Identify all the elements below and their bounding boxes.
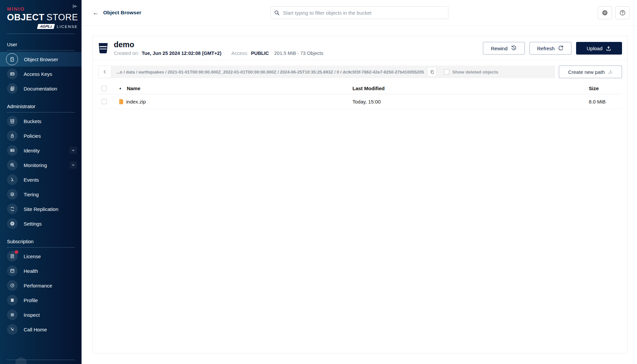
- minio-logo: MINIO OBJECTSTORE AGPL3 LICENSE: [0, 0, 82, 29]
- logo-divider: [7, 34, 75, 34]
- show-deleted-checkbox[interactable]: [444, 69, 449, 75]
- column-header-name[interactable]: Name: [127, 86, 140, 91]
- breadcrumb-bar: ...o / data / earthquakes / 2021-01-01T0…: [111, 66, 555, 78]
- chevron-down-icon[interactable]: [70, 147, 77, 154]
- collapse-sidebar-icon[interactable]: [72, 3, 78, 10]
- identity-icon: [7, 145, 18, 156]
- sidebar-item-events[interactable]: Events: [0, 172, 82, 187]
- bucket-usage: 201.5 MiB - 73 Objects: [274, 51, 323, 56]
- object-size: 8.0 MiB: [589, 99, 622, 104]
- monitoring-icon: [7, 160, 18, 170]
- breadcrumb-back-button[interactable]: [98, 66, 111, 78]
- copy-path-button[interactable]: [427, 67, 437, 77]
- buckets-icon: [7, 116, 18, 126]
- sidebar-item-license[interactable]: License: [0, 249, 82, 264]
- select-all-checkbox[interactable]: [102, 86, 107, 91]
- section-label-user: User: [0, 42, 82, 50]
- health-icon: [7, 266, 18, 276]
- policies-icon: [7, 130, 18, 141]
- show-deleted-label[interactable]: Show deleted objects: [452, 70, 498, 75]
- refresh-icon: [558, 45, 564, 51]
- bucket-meta: Created on: Tue, Jun 25 2024 12:02:08 (G…: [114, 51, 323, 56]
- access-value: PUBLIC: [251, 51, 269, 56]
- sidebar-item-tiering[interactable]: Tiering: [0, 187, 82, 202]
- license-alert-dot: [15, 250, 18, 254]
- sidebar-item-health[interactable]: Health: [0, 264, 82, 278]
- rewind-button[interactable]: Rewind: [483, 42, 525, 55]
- section-divider: [7, 112, 75, 112]
- section-label-subscription: Subscription: [0, 239, 82, 247]
- object-last-modified: Today, 15:00: [352, 99, 589, 104]
- created-label: Created on:: [114, 51, 139, 56]
- upload-button[interactable]: Upload: [576, 42, 622, 55]
- breadcrumb[interactable]: ...o / data / earthquakes / 2021-01-01T0…: [116, 70, 424, 75]
- inspect-icon: [7, 309, 18, 320]
- column-header-size[interactable]: Size: [589, 86, 622, 91]
- refresh-button[interactable]: Refresh: [530, 42, 571, 55]
- search-icon: [274, 10, 280, 16]
- created-value: Tue, Jun 25 2024 12:02:08 (GMT+2): [142, 51, 221, 56]
- sort-asc-icon: ▲: [119, 87, 122, 90]
- sidebar-item-buckets[interactable]: Buckets: [0, 114, 82, 128]
- bucket-header: demo Created on: Tue, Jun 25 2024 12:02:…: [93, 36, 627, 60]
- object-browser-back-link[interactable]: ← Object Browser: [93, 10, 141, 16]
- settings-icon: [7, 218, 18, 229]
- gear-icon: [602, 10, 608, 16]
- sidebar-item-profile[interactable]: Profile: [0, 293, 82, 307]
- access-label: Access:: [231, 51, 248, 56]
- help-icon: [619, 10, 626, 16]
- create-path-icon: [608, 70, 613, 75]
- call-home-icon: [7, 324, 18, 335]
- license-icon: [7, 251, 18, 262]
- sidebar-item-object-browser[interactable]: Object Browser: [0, 52, 82, 67]
- profile-icon: [7, 295, 18, 305]
- sidebar-item-documentation[interactable]: Documentation: [0, 81, 82, 96]
- sidebar-item-policies[interactable]: Policies: [0, 128, 82, 143]
- sidebar-item-inspect[interactable]: Inspect: [0, 307, 82, 322]
- chevron-left-icon: [102, 69, 107, 75]
- sidebar-item-monitoring[interactable]: Monitoring: [0, 158, 82, 172]
- object-name[interactable]: index.zip: [126, 99, 146, 104]
- create-new-path-button[interactable]: Create new path: [559, 66, 622, 78]
- access-keys-icon: [7, 69, 18, 79]
- bucket-browser-card: demo Created on: Tue, Jun 25 2024 12:02:…: [93, 36, 628, 354]
- back-arrow-icon: ←: [93, 10, 99, 16]
- show-deleted-toggle: Show deleted objects: [444, 69, 498, 75]
- sidebar-item-identity[interactable]: Identity: [0, 143, 82, 158]
- sidebar-item-access-keys[interactable]: Access Keys: [0, 67, 82, 81]
- table-header-row: ▲ Name Last Modified Size: [98, 83, 622, 94]
- tiering-icon: [7, 189, 18, 200]
- settings-button[interactable]: [598, 6, 612, 19]
- documentation-icon: [7, 83, 18, 94]
- sidebar-section-administrator: Administrator Buckets Policies Identity: [0, 104, 82, 231]
- object-filter-search: [270, 6, 448, 19]
- events-icon: [7, 174, 18, 185]
- sidebar-item-site-replication[interactable]: Site Replication: [0, 202, 82, 216]
- section-label-administrator: Administrator: [0, 104, 82, 112]
- site-replication-icon: [7, 204, 18, 214]
- sidebar-bottom-stub-icon: [15, 357, 27, 364]
- copy-icon: [430, 70, 435, 75]
- bucket-name: demo: [114, 41, 323, 49]
- license-badge: AGPL3 LICENSE: [38, 24, 82, 29]
- column-header-last-modified[interactable]: Last Modified: [352, 86, 589, 91]
- product-wordmark: OBJECTSTORE: [7, 12, 82, 23]
- rewind-icon: [511, 45, 517, 51]
- object-browser-icon: [6, 53, 18, 65]
- bucket-icon: [98, 43, 108, 54]
- section-divider: [7, 247, 75, 248]
- search-input[interactable]: [283, 10, 445, 16]
- sidebar-section-user: User Object Browser Access Keys Document…: [0, 42, 82, 96]
- section-divider: [7, 50, 75, 51]
- row-checkbox[interactable]: [102, 99, 107, 104]
- sidebar-item-call-home[interactable]: Call Home: [0, 322, 82, 337]
- topbar: ← Object Browser: [82, 0, 637, 26]
- chevron-down-icon[interactable]: [70, 161, 77, 169]
- help-button[interactable]: [615, 6, 630, 19]
- zip-file-icon: [119, 99, 123, 104]
- sidebar: MINIO OBJECTSTORE AGPL3 LICENSE User Obj…: [0, 0, 82, 364]
- table-row[interactable]: index.zip Today, 15:00 8.0 MiB: [98, 94, 622, 109]
- sidebar-item-performance[interactable]: Performance: [0, 278, 82, 293]
- sidebar-item-settings[interactable]: Settings: [0, 216, 82, 231]
- sidebar-section-subscription: Subscription License Health Performance: [0, 239, 82, 337]
